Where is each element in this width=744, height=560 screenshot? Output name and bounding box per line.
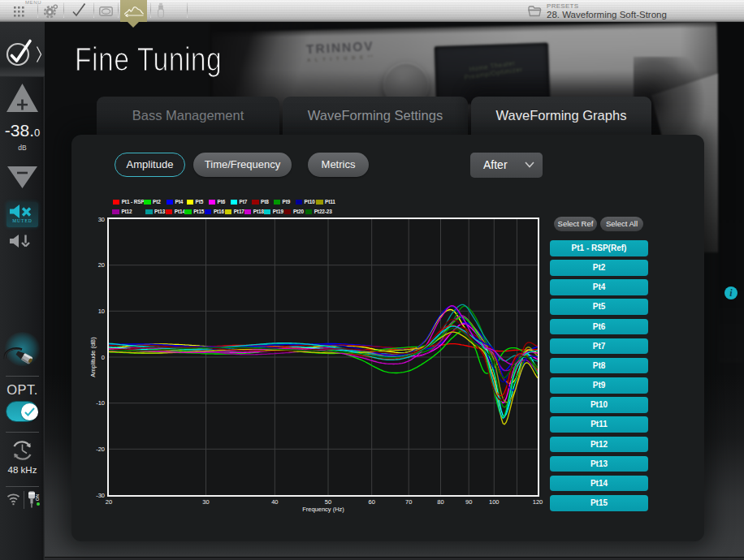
svg-text:120: 120 <box>533 498 543 506</box>
svg-text:30: 30 <box>98 216 105 223</box>
svg-text:Amplitude (dB): Amplitude (dB) <box>89 337 97 377</box>
svg-text:100: 100 <box>489 498 500 506</box>
svg-text:-20: -20 <box>96 446 105 453</box>
svg-text:0: 0 <box>102 354 105 361</box>
svg-text:Frequency (Hz): Frequency (Hz) <box>302 506 344 513</box>
svg-text:-10: -10 <box>96 399 105 407</box>
svg-text:20: 20 <box>106 498 112 506</box>
svg-text:10: 10 <box>98 308 105 315</box>
svg-text:40: 40 <box>271 498 278 506</box>
svg-text:70: 70 <box>405 498 412 506</box>
svg-text:50: 50 <box>325 498 331 506</box>
svg-text:30: 30 <box>202 498 209 506</box>
svg-text:90: 90 <box>465 498 472 506</box>
svg-text:80: 80 <box>437 498 443 506</box>
svg-text:60: 60 <box>369 498 375 506</box>
svg-text:20: 20 <box>98 261 105 269</box>
svg-text:-30: -30 <box>96 492 105 499</box>
